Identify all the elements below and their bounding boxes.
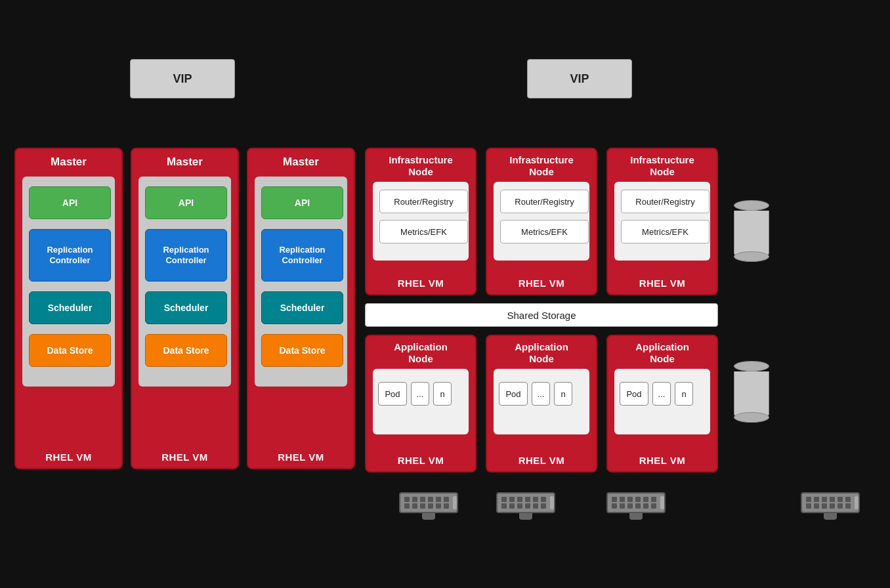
app1-title: ApplicationNode bbox=[366, 341, 475, 365]
infra2-title: InfrastructureNode bbox=[487, 154, 596, 178]
app2-n: n bbox=[554, 382, 572, 406]
app-container-1: ApplicationNode Pod ... n RHEL VM bbox=[365, 335, 477, 472]
master3-datastore: Data Store bbox=[261, 334, 343, 367]
app3-pod: Pod bbox=[620, 382, 648, 406]
master2-scheduler: Scheduler bbox=[145, 291, 227, 324]
infra-container-3: InfrastructureNode Router/Registry Metri… bbox=[606, 148, 718, 295]
master2-datastore: Data Store bbox=[145, 334, 227, 367]
network-switch-3 bbox=[606, 492, 666, 520]
app1-inner: Pod ... n bbox=[373, 369, 469, 434]
master1-api: API bbox=[29, 186, 111, 219]
infra-container-2: InfrastructureNode Router/Registry Metri… bbox=[486, 148, 597, 295]
db2-bottom bbox=[734, 412, 769, 423]
infra3-title: InfrastructureNode bbox=[608, 154, 717, 178]
network-switch-2 bbox=[496, 492, 555, 520]
app2-pod: Pod bbox=[499, 382, 528, 406]
master1-title: Master bbox=[16, 156, 121, 169]
app1-rhel: RHEL VM bbox=[366, 455, 475, 466]
database-2 bbox=[734, 361, 769, 423]
master1-scheduler: Scheduler bbox=[29, 291, 111, 324]
master3-replication: ReplicationController bbox=[261, 229, 343, 282]
infra-container-1: InfrastructureNode Router/Registry Metri… bbox=[365, 148, 477, 295]
shared-storage-bar: Shared Storage bbox=[365, 303, 718, 327]
infra3-rhel: RHEL VM bbox=[608, 278, 717, 289]
app3-dots: ... bbox=[652, 382, 671, 406]
app3-inner: Pod ... n bbox=[614, 369, 710, 434]
master-container-3: Master API ReplicationController Schedul… bbox=[247, 148, 355, 469]
diagram: VIP VIP Master API ReplicationController… bbox=[0, 0, 890, 588]
infra1-metrics: Metrics/EFK bbox=[379, 220, 468, 243]
vip2-label: VIP bbox=[570, 72, 589, 86]
vip-box-2: VIP bbox=[527, 59, 632, 98]
infra2-metrics: Metrics/EFK bbox=[500, 220, 589, 243]
infra2-rhel: RHEL VM bbox=[487, 278, 596, 289]
vip1-label: VIP bbox=[173, 72, 192, 86]
master2-api: API bbox=[145, 186, 227, 219]
app3-rhel: RHEL VM bbox=[608, 455, 717, 466]
infra2-router: Router/Registry bbox=[500, 190, 589, 213]
master1-inner: API ReplicationController Scheduler Data… bbox=[22, 177, 115, 387]
db1-bottom bbox=[734, 251, 769, 262]
app1-pod: Pod bbox=[378, 382, 407, 406]
shared-storage-label: Shared Storage bbox=[507, 310, 576, 321]
master-container-2: Master API ReplicationController Schedul… bbox=[131, 148, 239, 469]
master2-rhel: RHEL VM bbox=[132, 452, 238, 463]
db1-top bbox=[734, 200, 769, 211]
master-container-1: Master API ReplicationController Schedul… bbox=[14, 148, 123, 469]
infra3-metrics: Metrics/EFK bbox=[621, 220, 710, 243]
db1-body bbox=[734, 211, 769, 257]
app1-n: n bbox=[433, 382, 452, 406]
vip-box-1: VIP bbox=[130, 59, 235, 98]
app-container-3: ApplicationNode Pod ... n RHEL VM bbox=[606, 335, 718, 472]
app2-rhel: RHEL VM bbox=[487, 455, 596, 466]
database-1 bbox=[734, 200, 769, 262]
master2-replication: ReplicationController bbox=[145, 229, 227, 282]
app3-title: ApplicationNode bbox=[608, 341, 717, 365]
master1-replication: ReplicationController bbox=[29, 229, 111, 282]
infra1-inner: Router/Registry Metrics/EFK bbox=[373, 182, 469, 261]
app3-n: n bbox=[675, 382, 693, 406]
infra1-title: InfrastructureNode bbox=[366, 154, 475, 178]
app-container-2: ApplicationNode Pod ... n RHEL VM bbox=[486, 335, 597, 472]
app2-title: ApplicationNode bbox=[487, 341, 596, 365]
master3-inner: API ReplicationController Scheduler Data… bbox=[255, 177, 347, 387]
master2-title: Master bbox=[132, 156, 238, 169]
app2-inner: Pod ... n bbox=[494, 369, 589, 434]
master1-rhel: RHEL VM bbox=[16, 452, 121, 463]
infra1-router: Router/Registry bbox=[379, 190, 468, 213]
master2-inner: API ReplicationController Scheduler Data… bbox=[138, 177, 231, 387]
app1-dots: ... bbox=[411, 382, 429, 406]
infra2-inner: Router/Registry Metrics/EFK bbox=[494, 182, 589, 261]
master3-title: Master bbox=[248, 156, 354, 169]
network-switch-1 bbox=[399, 492, 458, 520]
master3-scheduler: Scheduler bbox=[261, 291, 343, 324]
infra3-router: Router/Registry bbox=[621, 190, 710, 213]
app2-dots: ... bbox=[532, 382, 550, 406]
infra1-rhel: RHEL VM bbox=[366, 278, 475, 289]
network-switch-4 bbox=[801, 492, 860, 520]
db2-top bbox=[734, 361, 769, 371]
master1-datastore: Data Store bbox=[29, 334, 111, 367]
db2-body bbox=[734, 371, 769, 417]
master3-api: API bbox=[261, 186, 343, 219]
infra3-inner: Router/Registry Metrics/EFK bbox=[614, 182, 710, 261]
master3-rhel: RHEL VM bbox=[248, 452, 354, 463]
